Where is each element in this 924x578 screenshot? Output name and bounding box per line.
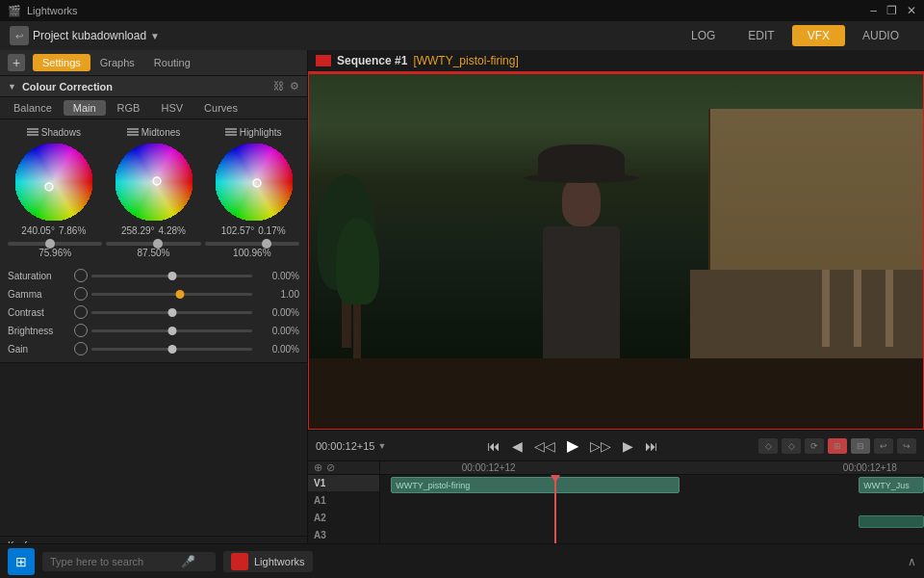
shadows-label: Shadows [27,127,81,138]
highlights-label: Highlights [225,127,282,138]
search-bar: 🎤 [42,552,216,571]
sub-tab-rgb[interactable]: RGB [108,100,150,116]
project-dropdown-icon[interactable]: ▼ [150,31,160,41]
highlights-slider-thumb [262,239,271,249]
fast-fwd-btn[interactable]: ▷▷ [586,436,615,456]
color-wheels-row: Shadows 240.05° 7.86% Midtones [0,119,307,240]
gain-label: Gain [8,344,70,355]
sub-tab-curves[interactable]: Curves [194,100,247,116]
gamma-label: Gamma [8,289,70,300]
tab-log[interactable]: LOG [676,25,731,46]
brightness-reset-btn[interactable] [74,324,88,337]
sub-tab-main[interactable]: Main [64,100,106,116]
project-name[interactable]: ↩ Project kubadownload ▼ [10,26,160,45]
collapse-icon[interactable]: ▼ [8,82,16,92]
grid-view-btn[interactable]: ⊟ [851,438,870,454]
tab-vfx[interactable]: VFX [792,25,845,46]
app-name-label: Lightworks [254,556,305,567]
saturation-track[interactable] [91,275,252,277]
shadows-values: 240.05° 7.86% [21,225,86,236]
track-a2 [380,513,924,531]
shadows-slider[interactable] [8,242,102,246]
undo-btn[interactable]: ↩ [874,438,893,454]
gamma-value: 1.00 [256,289,299,300]
redo-btn[interactable]: ↪ [897,438,916,454]
clip-a2[interactable] [859,515,924,528]
track-label-a1[interactable]: A1 [308,492,379,510]
playback-extras: ◇ ◇ ⟳ ⊞ ⊟ ↩ ↪ [758,438,916,454]
sub-tab-balance[interactable]: Balance [4,100,62,116]
next-frame-btn[interactable]: ▶ [619,436,637,456]
midtones-values: 258.29° 4.28% [121,225,186,236]
highlights-values: 102.57° 0.17% [221,225,286,236]
minimize-btn[interactable]: – [870,4,877,17]
gain-value: 0.00% [256,344,299,355]
in-point-icon[interactable]: ◇ [758,438,778,454]
shadows-wheel-col: Shadows 240.05° 7.86% [13,127,94,236]
out-point-icon[interactable]: ◇ [782,438,801,454]
contrast-reset-btn[interactable] [74,305,88,319]
tab-edit[interactable]: EDIT [732,25,789,46]
mic-icon[interactable]: 🎤 [181,555,195,568]
saturation-label: Saturation [8,271,70,281]
project-icon: ↩ [10,26,29,45]
search-input[interactable] [50,556,175,567]
go-to-start-btn[interactable]: ⏮ [483,436,504,456]
add-button[interactable]: + [8,54,25,71]
highlights-icon [225,128,237,138]
start-button[interactable]: ⊞ [8,548,35,575]
saturation-row: Saturation 0.00% [8,268,299,283]
sub-tab-hsv[interactable]: HSV [151,100,192,116]
panel-tab-settings[interactable]: Settings [33,54,90,71]
midtones-wheel[interactable] [113,141,194,223]
brightness-label: Brightness [8,326,70,336]
highlights-wheel[interactable] [213,141,295,223]
track-label-a2[interactable]: A2 [308,510,379,527]
panel-tab-routing[interactable]: Routing [144,54,200,71]
go-to-end-btn[interactable]: ⏭ [641,436,662,456]
menu-bar: ↩ Project kubadownload ▼ LOG EDIT VFX AU… [0,21,924,50]
saturation-reset-btn[interactable] [74,269,88,282]
gamma-reset-btn[interactable] [74,287,88,301]
highlights-slider[interactable] [205,242,299,246]
taskbar: ⊞ 🎤 Lightworks ∧ [0,543,924,578]
gain-reset-btn[interactable] [74,342,88,355]
midtones-slider-thumb [153,239,163,249]
sequence-icon [316,55,331,66]
rewind-btn[interactable]: ◁◁ [530,436,559,456]
close-btn[interactable]: ✕ [907,4,916,17]
timeline-time-left: 00:00:12+12 [462,462,516,473]
title-bar: 🎬 Lightworks – ❐ ✕ [0,0,924,21]
midtones-wheel-col: Midtones 258.29° 4.28% [113,127,194,236]
track-a1 [380,496,924,513]
track-label-a3[interactable]: A3 [308,527,379,544]
timecode-dropdown[interactable]: ▼ [377,441,386,451]
maximize-btn[interactable]: ❐ [886,4,897,17]
tl-magnet-icon[interactable]: ⊘ [326,461,335,474]
brightness-track[interactable] [91,329,252,332]
contrast-track[interactable] [91,311,252,314]
cc-settings-icon[interactable]: ⚙ [290,80,299,92]
gamma-track[interactable] [91,293,252,296]
cc-link-icon[interactable]: ⛓ [273,80,284,92]
tl-snap-icon[interactable]: ⊕ [314,461,322,474]
clip-label: [WWTY_pistol-firing] [413,54,518,67]
track-label-v1[interactable]: V1 [308,475,379,492]
gain-track[interactable] [91,348,252,351]
window-controls[interactable]: – ❐ ✕ [870,4,916,17]
clip-wwty-jus[interactable]: WWTY_Jus [859,477,924,493]
gain-row: Gain 0.00% [8,341,299,356]
red-view-btn[interactable]: ⊞ [828,438,847,454]
midtones-slider[interactable] [106,242,200,246]
tab-audio[interactable]: AUDIO [847,25,914,46]
play-btn[interactable]: ▶ [563,434,582,457]
clip-wwty-pistol[interactable]: WWTY_pistol-firing [391,477,679,493]
app-title: 🎬 Lightworks [8,5,78,17]
taskbar-lightworks[interactable]: Lightworks [223,551,313,572]
cc-header: ▼ Colour Correction ⛓ ⚙ [0,76,307,97]
panel-tab-graphs[interactable]: Graphs [90,54,144,71]
shadows-wheel[interactable] [13,141,94,223]
prev-frame-btn[interactable]: ◀ [508,436,526,456]
taskbar-chevron[interactable]: ∧ [908,555,916,568]
sync-icon[interactable]: ⟳ [805,438,824,454]
